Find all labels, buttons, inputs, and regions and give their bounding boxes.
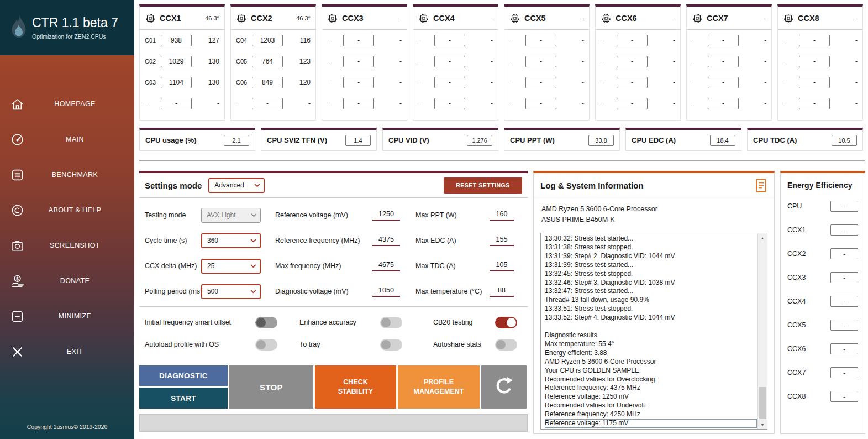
log-scrollbar[interactable]: ▲ ▼ (757, 233, 767, 429)
max-edc-a-value[interactable]: 155 (490, 236, 514, 246)
profile-management-button[interactable]: PROFILE MANAGEMENT (398, 365, 480, 409)
core-frequency-field[interactable]: - (708, 35, 739, 46)
copy-log-icon[interactable] (755, 178, 767, 193)
core-frequency-field[interactable]: - (799, 98, 830, 109)
core-frequency-field[interactable]: 1104 (161, 77, 192, 88)
ccx-core-row: --- (504, 30, 589, 51)
core-frequency-field[interactable]: - (434, 35, 465, 46)
toggle-knob (381, 340, 391, 349)
core-frequency-field[interactable]: - (799, 56, 830, 67)
energy-value: - (830, 367, 858, 378)
core-metric: - (582, 79, 584, 86)
scrollbar-thumb[interactable] (759, 387, 766, 419)
sidebar-item-donate[interactable]: $DONATE (0, 263, 134, 299)
core-frequency-field[interactable]: - (799, 35, 830, 46)
initial-frequency-smart-offset-toggle[interactable] (255, 317, 277, 328)
sidebar-item-homepage[interactable]: HOMEPAGE (0, 86, 134, 122)
settings-mode-dropdown[interactable]: Advanced (208, 178, 265, 193)
core-frequency-field[interactable]: - (343, 98, 374, 109)
core-frequency-field[interactable]: - (617, 77, 648, 88)
max-ppt-w-value[interactable]: 160 (490, 210, 514, 221)
core-frequency-field[interactable]: - (343, 35, 374, 46)
core-frequency-field[interactable]: - (708, 77, 739, 88)
core-frequency-field[interactable]: - (252, 98, 283, 109)
reset-settings-button[interactable]: RESET SETTINGS (444, 177, 522, 194)
log-line[interactable]: Reference voltage: 1175 mV (545, 419, 757, 428)
core-frequency-field[interactable]: - (525, 56, 556, 67)
to-tray-toggle[interactable] (380, 339, 402, 351)
core-label: - (509, 100, 525, 107)
stat-value-field[interactable]: 10.5 (832, 135, 857, 146)
autoshare-stats-toggle[interactable] (495, 339, 517, 351)
sidebar-item-screenshot[interactable]: SCREENSHOT (0, 228, 134, 263)
max-temperature-c-value[interactable]: 88 (490, 286, 514, 297)
log-box[interactable]: 13:30:32: Stress test started...13:31:38… (540, 233, 767, 430)
core-frequency-field[interactable]: - (434, 77, 465, 88)
core-frequency-field[interactable]: 1203 (252, 35, 283, 46)
polling-period-ms-dropdown[interactable]: 500 (201, 284, 261, 299)
core-frequency-field[interactable]: - (525, 35, 556, 46)
core-frequency-field[interactable]: - (617, 98, 648, 109)
stat-value-field[interactable]: 1.4 (345, 135, 371, 146)
core-frequency-field[interactable]: - (617, 35, 648, 46)
autoload-profile-with-os-toggle[interactable] (255, 339, 277, 351)
core-metric: - (764, 100, 766, 107)
cycle-time-s-dropdown[interactable]: 360 (201, 233, 261, 248)
stat-value-field[interactable]: 33.8 (588, 135, 614, 146)
stop-button[interactable]: STOP (229, 365, 313, 409)
core-frequency-field[interactable]: - (161, 98, 192, 109)
scroll-up-icon[interactable]: ▲ (758, 233, 767, 242)
core-frequency-field[interactable]: - (708, 56, 739, 67)
reference-voltage-mv-value[interactable]: 1250 (372, 210, 400, 221)
core-frequency-field[interactable]: - (343, 56, 374, 67)
core-label: - (509, 58, 525, 65)
core-frequency-field[interactable]: - (525, 77, 556, 88)
toggle-group: Enhance accuracy (299, 317, 402, 328)
core-frequency-field[interactable]: - (617, 56, 648, 67)
stat-value-field[interactable]: 2.1 (224, 135, 249, 146)
core-label: - (418, 79, 434, 86)
stat-value-field[interactable]: 1.276 (467, 135, 492, 146)
stat-value-field[interactable]: 18.4 (710, 135, 735, 146)
check-stability-button[interactable]: CHECK STABILITY (315, 365, 396, 409)
cpu-chip-icon (601, 13, 612, 24)
core-frequency-field[interactable]: - (708, 98, 739, 109)
scroll-down-icon[interactable]: ▼ (758, 420, 767, 429)
sidebar-item-benchmark[interactable]: BENCHMARK (0, 157, 134, 192)
core-frequency-field[interactable]: - (434, 56, 465, 67)
reference-frequency-mhz-value[interactable]: 4375 (372, 236, 400, 246)
core-metric: - (308, 100, 311, 107)
enhance-accuracy-toggle[interactable] (380, 317, 402, 328)
core-frequency-field[interactable]: 938 (161, 35, 192, 46)
max-tdc-a-value[interactable]: 105 (490, 261, 514, 271)
toggle-label: Enhance accuracy (299, 318, 380, 326)
energy-label: CPU (787, 202, 802, 210)
progress-bar (139, 414, 528, 432)
max-frequency-mhz-value[interactable]: 4675 (372, 261, 400, 271)
cb20-testing-toggle[interactable] (495, 317, 517, 328)
ccx-temperature: - (764, 15, 766, 22)
ccx-delta-mhz-dropdown[interactable]: 25 (201, 259, 261, 274)
ccx-temperature: - (491, 15, 493, 22)
core-frequency-field[interactable]: 764 (252, 56, 283, 67)
core-frequency-field[interactable]: - (434, 98, 465, 109)
core-frequency-field[interactable]: - (799, 77, 830, 88)
diagnostic-voltage-mv-value[interactable]: 1050 (372, 286, 400, 297)
refresh-button[interactable] (481, 365, 527, 409)
core-frequency-field[interactable]: 1029 (161, 56, 192, 67)
energy-row-ccx4: CCX4- (781, 289, 865, 313)
sidebar-item-about-help[interactable]: ABOUT & HELP (0, 192, 134, 228)
sidebar-item-main[interactable]: MAIN (0, 122, 134, 157)
core-metric: - (399, 58, 402, 65)
sidebar-item-exit[interactable]: EXIT (0, 334, 134, 369)
settings-mode-label: Settings mode (145, 181, 202, 190)
core-frequency-field[interactable]: - (525, 98, 556, 109)
log-line: Recomended values for Undervolt: (545, 401, 757, 410)
core-frequency-field[interactable]: 849 (252, 77, 283, 88)
sidebar-item-minimize[interactable]: MINIMIZE (0, 299, 134, 334)
diagnostic-button[interactable]: DIAGNOSTIC (139, 365, 228, 386)
cpu-chip-icon (783, 13, 794, 24)
testing-mode-dropdown[interactable]: AVX Light (201, 208, 261, 223)
start-button[interactable]: START (139, 388, 228, 409)
core-frequency-field[interactable]: - (343, 77, 374, 88)
